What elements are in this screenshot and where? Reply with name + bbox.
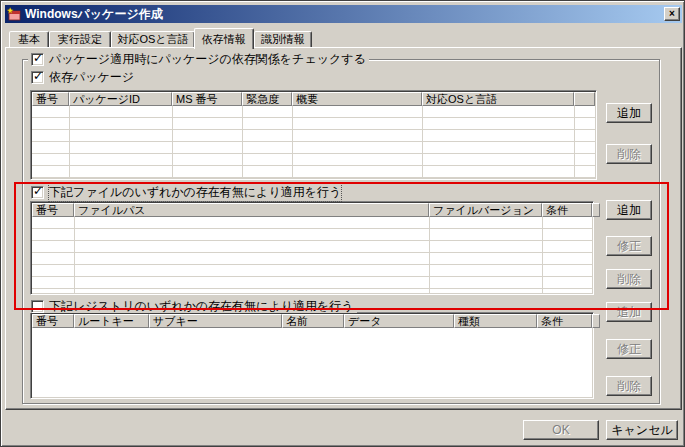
file-condition-checkbox[interactable]	[31, 186, 44, 199]
app-icon	[7, 7, 21, 21]
tab-execution-settings[interactable]: 実行設定	[49, 31, 111, 48]
registry-condition-checkbox-row[interactable]: 下記レジストリのいずれかの存在有無により適用を行う	[28, 299, 357, 313]
dependent-packages-checkbox-row[interactable]: 依存パッケージ	[28, 70, 137, 84]
column-separator	[172, 106, 173, 178]
files-add-button[interactable]: 追加	[606, 200, 652, 220]
registry-condition-list-header: 番号 ルートキー サブキー 名前 データ 種類 条件	[32, 314, 592, 328]
column-header-ms-number[interactable]: MS 番号	[172, 92, 242, 106]
column-header-number[interactable]: 番号	[32, 92, 69, 106]
registry-condition-list-body[interactable]	[32, 328, 592, 397]
dependent-packages-label: 依存パッケージ	[49, 69, 134, 86]
column-header-package-id[interactable]: パッケージID	[69, 92, 172, 106]
files-modify-button[interactable]: 修正	[606, 236, 652, 256]
file-condition-list-header: 番号 ファイルパス ファイルバージョン 条件	[32, 203, 592, 217]
dependency-tab-panel: パッケージ適用時にパッケージの依存関係をチェックする 依存パッケージ 番号 パッ…	[5, 47, 682, 410]
files-delete-button[interactable]: 削除	[606, 269, 652, 289]
column-header-condition[interactable]: 条件	[537, 314, 592, 328]
registry-add-button[interactable]: 追加	[606, 302, 652, 322]
column-header-name[interactable]: 名前	[282, 314, 344, 328]
tab-basic-label: 基本	[18, 32, 40, 47]
column-header-file-version[interactable]: ファイルバージョン	[429, 203, 542, 217]
dependent-packages-list[interactable]: 番号 パッケージID MS 番号 緊急度 概要 対応OSと言語	[30, 90, 597, 180]
column-separator	[74, 217, 75, 293]
column-header-os-language[interactable]: 対応OSと言語	[422, 92, 574, 106]
column-separator	[429, 217, 430, 293]
tab-identification-info[interactable]: 識別情報	[254, 31, 312, 48]
column-header-condition[interactable]: 条件	[542, 203, 592, 217]
column-header-number[interactable]: 番号	[32, 314, 74, 328]
tab-dependency-info-label: 依存情報	[202, 32, 246, 47]
column-separator	[542, 217, 543, 293]
packages-add-button[interactable]: 追加	[606, 103, 652, 123]
close-button[interactable]: ×	[664, 7, 680, 21]
check-dependencies-label: パッケージ適用時にパッケージの依存関係をチェックする	[49, 51, 366, 68]
column-header-filler	[592, 203, 600, 217]
tab-os-and-language[interactable]: 対応OSと言語	[111, 31, 195, 48]
column-header-number[interactable]: 番号	[32, 203, 74, 217]
file-condition-list[interactable]: 番号 ファイルパス ファイルバージョン 条件	[30, 201, 594, 295]
file-condition-checkbox-row[interactable]: 下記ファイルのいずれかの存在有無により適用を行う	[28, 185, 344, 199]
dependent-packages-list-body[interactable]	[32, 106, 595, 178]
column-header-filler	[574, 92, 595, 106]
ok-button[interactable]: OK	[523, 420, 599, 440]
column-header-root-key[interactable]: ルートキー	[74, 314, 149, 328]
column-header-type[interactable]: 種類	[454, 314, 537, 328]
column-header-filler	[592, 314, 600, 328]
file-condition-list-body[interactable]	[32, 217, 592, 293]
tab-os-and-language-label: 対応OSと言語	[117, 32, 188, 47]
tab-identification-info-label: 識別情報	[261, 32, 305, 47]
column-header-file-path[interactable]: ファイルパス	[74, 203, 429, 217]
tab-basic[interactable]: 基本	[9, 31, 49, 48]
registry-condition-label: 下記レジストリのいずれかの存在有無により適用を行う	[49, 298, 354, 315]
registry-modify-button[interactable]: 修正	[606, 339, 652, 359]
tab-execution-settings-label: 実行設定	[58, 32, 102, 47]
window-title: Windowsパッケージ作成	[25, 6, 163, 23]
registry-condition-list[interactable]: 番号 ルートキー サブキー 名前 データ 種類 条件	[30, 312, 594, 399]
check-dependencies-checkbox-row[interactable]: パッケージ適用時にパッケージの依存関係をチェックする	[28, 52, 369, 66]
file-condition-label: 下記ファイルのいずれかの存在有無により適用を行う	[49, 184, 341, 201]
column-separator	[422, 106, 423, 178]
column-separator	[242, 106, 243, 178]
column-header-summary[interactable]: 概要	[292, 92, 422, 106]
registry-condition-checkbox[interactable]	[31, 300, 44, 313]
dialog-window: Windowsパッケージ作成 × 基本 実行設定 対応OSと言語 依存情報 識別…	[0, 0, 685, 447]
column-header-sub-key[interactable]: サブキー	[149, 314, 282, 328]
column-header-data[interactable]: データ	[344, 314, 454, 328]
dependent-packages-list-header: 番号 パッケージID MS 番号 緊急度 概要 対応OSと言語	[32, 92, 595, 106]
column-separator	[69, 106, 70, 178]
packages-delete-button[interactable]: 削除	[606, 144, 652, 164]
dependent-packages-checkbox[interactable]	[31, 71, 44, 84]
column-separator	[574, 106, 575, 178]
cancel-button[interactable]: キャンセル	[606, 420, 678, 440]
titlebar[interactable]: Windowsパッケージ作成 ×	[5, 5, 682, 23]
column-separator	[292, 106, 293, 178]
column-header-urgency[interactable]: 緊急度	[242, 92, 292, 106]
registry-delete-button[interactable]: 削除	[606, 376, 652, 396]
close-icon: ×	[669, 9, 675, 19]
check-dependencies-checkbox[interactable]	[31, 53, 44, 66]
tab-dependency-info[interactable]: 依存情報	[194, 28, 254, 49]
